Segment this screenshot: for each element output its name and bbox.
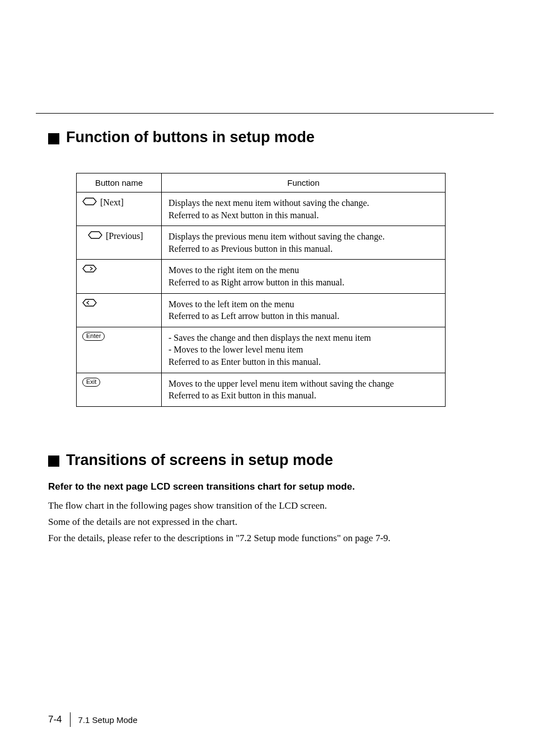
page-footer: 7-4 7.1 Setup Mode [48, 712, 138, 727]
svg-marker-2 [83, 265, 96, 272]
table-header-function: Function [162, 173, 446, 192]
table-row: [Previous] Displays the previous menu it… [77, 226, 446, 260]
function-desc: Displays the next menu item without savi… [162, 192, 446, 226]
table-header-name: Button name [77, 173, 162, 192]
paragraph: For the details, please refer to the des… [48, 530, 490, 546]
table-row: Exit Moves to the upper level menu item … [77, 373, 446, 406]
heading-2-row: Transitions of screens in setup mode [48, 452, 490, 469]
paragraph: The flow chart in the following pages sh… [48, 498, 490, 513]
footer-section: 7.1 Setup Mode [78, 715, 138, 725]
enter-button-icon: Enter [82, 332, 105, 341]
top-rule [36, 113, 494, 114]
page-content: Function of buttons in setup mode Button… [48, 129, 490, 547]
sub-heading: Refer to the next page LCD screen transi… [48, 481, 490, 492]
button-function-table: Button name Function [Next] Display [76, 173, 446, 407]
svg-marker-0 [83, 198, 96, 205]
table-row: Enter - Saves the change and then displa… [77, 327, 446, 373]
button-name-label: [Next] [100, 198, 124, 208]
heading-1-row: Function of buttons in setup mode [48, 129, 490, 146]
heading-2: Transitions of screens in setup mode [66, 452, 333, 469]
function-desc: Moves to the left item on the menuReferr… [162, 293, 446, 327]
heading-bullet-icon [48, 456, 59, 467]
svg-marker-1 [88, 232, 102, 238]
table-row: Moves to the left item on the menuReferr… [77, 293, 446, 327]
svg-marker-3 [83, 299, 96, 306]
function-desc: Moves to the upper level menu item witho… [162, 373, 446, 406]
paragraph: Some of the details are not expressed in… [48, 514, 490, 529]
hexagon-left-arrow-icon [82, 298, 97, 309]
button-name-label: [Previous] [106, 231, 143, 241]
hexagon-previous-icon [88, 231, 102, 242]
function-desc: Moves to the right item on the menuRefer… [162, 260, 446, 293]
function-desc: - Saves the change and then displays the… [162, 327, 446, 373]
heading-bullet-icon [48, 133, 59, 144]
footer-divider [70, 712, 71, 727]
table-row: [Next] Displays the next menu item witho… [77, 192, 446, 226]
heading-1: Function of buttons in setup mode [66, 129, 315, 146]
page-number: 7-4 [48, 714, 70, 725]
hexagon-next-icon [82, 197, 97, 208]
function-desc: Displays the previous menu item without … [162, 226, 446, 260]
section-2: Transitions of screens in setup mode Ref… [48, 452, 490, 546]
hexagon-right-arrow-icon [82, 264, 97, 275]
table-row: Moves to the right item on the menuRefer… [77, 260, 446, 293]
exit-button-icon: Exit [82, 378, 100, 387]
